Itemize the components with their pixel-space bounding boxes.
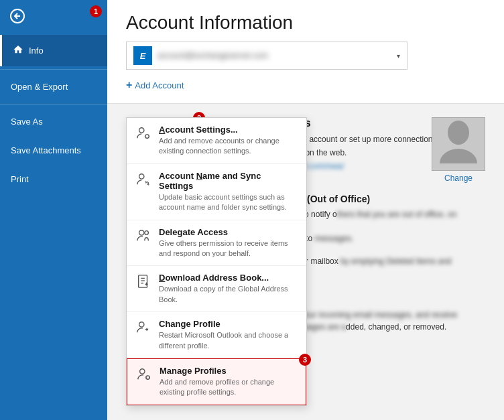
dropdown-item-delegate-access-text: Delegate Access Give others permission t… — [159, 227, 297, 259]
svg-point-8 — [139, 174, 144, 179]
add-account-label: Add Account — [135, 80, 184, 90]
delegate-access-icon — [136, 228, 152, 247]
dropdown-item-account-settings[interactable]: Account Settings... Add and remove accou… — [127, 118, 306, 164]
dropdown-item-account-name-sync-desc: Update basic account settings such as ac… — [159, 192, 297, 213]
sidebar-badge: 1 — [90, 5, 102, 17]
account-email: account@exchangeserver.com — [158, 51, 391, 60]
dropdown-item-change-profile-text: Change Profile Restart Microsoft Outlook… — [159, 319, 297, 351]
sidebar-item-save-attachments-label: Save Attachments — [11, 145, 81, 155]
change-profile-icon — [136, 320, 152, 338]
dropdown-item-download-address-book-desc: Download a copy of the Global Address Bo… — [159, 284, 297, 305]
manage-profiles-icon — [137, 367, 153, 385]
change-avatar-link[interactable]: Change — [444, 173, 472, 183]
dropdown-item-change-profile-title: Change Profile — [159, 319, 297, 329]
dropdown-item-manage-profiles[interactable]: Manage Profiles Add and remove profiles … — [127, 358, 306, 405]
manage-profiles-badge: 3 — [299, 354, 311, 366]
dropdown-item-account-settings-title: Account Settings... — [159, 125, 297, 135]
sidebar-item-save-as[interactable]: Save As — [0, 107, 107, 136]
sidebar: 1 Info Open & Export Save As Save Attach… — [0, 0, 107, 420]
sidebar-item-open-export-label: Open & Export — [11, 82, 68, 92]
svg-point-22 — [448, 121, 469, 145]
dropdown-item-download-address-book-text: Download Address Book... Download a copy… — [159, 273, 297, 305]
main-header: Account Information E account@exchangese… — [107, 0, 504, 104]
dropdown-item-manage-profiles-title: Manage Profiles — [160, 366, 296, 376]
account-dropdown-arrow-icon[interactable]: ▾ — [397, 52, 400, 60]
sidebar-item-print[interactable]: Print — [0, 165, 107, 194]
main-content: Account Information E account@exchangese… — [107, 0, 504, 420]
dropdown-item-change-profile[interactable]: Change Profile Restart Microsoft Outlook… — [127, 312, 306, 358]
dropdown-item-download-address-book-title: Download Address Book... — [159, 273, 297, 283]
svg-rect-11 — [139, 275, 147, 287]
sidebar-divider-1 — [0, 69, 107, 70]
dropdown-item-account-settings-text: Account Settings... Add and remove accou… — [159, 125, 297, 157]
sidebar-item-info[interactable]: Info — [0, 35, 107, 66]
svg-point-6 — [139, 128, 144, 133]
dropdown-item-manage-profiles-text: Manage Profiles Add and remove profiles … — [160, 366, 296, 398]
page-title: Account Information — [126, 12, 485, 33]
avatar-section: Change — [432, 117, 485, 183]
back-button[interactable]: 1 — [0, 0, 107, 35]
account-bar[interactable]: E account@exchangeserver.com ▾ — [126, 42, 407, 70]
dropdown-item-delegate-access-desc: Give others permission to receive items … — [159, 238, 297, 259]
content-area: AccountSettings ▾ 2 — [107, 104, 504, 420]
sidebar-divider-2 — [0, 104, 107, 104]
dropdown-item-delegate-access-title: Delegate Access — [159, 227, 297, 237]
dropdown-menu: Account Settings... Add and remove accou… — [126, 117, 307, 406]
left-panel: AccountSettings ▾ 2 — [126, 117, 200, 407]
download-address-book-icon — [136, 274, 152, 292]
svg-point-9 — [139, 230, 144, 234]
avatar-icon — [438, 118, 479, 171]
exchange-icon: E — [133, 46, 152, 65]
svg-point-16 — [140, 369, 145, 374]
account-settings-menu-icon — [136, 126, 152, 144]
dropdown-item-account-name-sync-text: Account Name and Sync Settings Update ba… — [159, 171, 297, 213]
dropdown-item-download-address-book[interactable]: Download Address Book... Download a copy… — [127, 266, 306, 312]
dropdown-item-delegate-access[interactable]: Delegate Access Give others permission t… — [127, 220, 306, 267]
home-icon — [13, 44, 23, 57]
svg-point-15 — [139, 322, 144, 327]
avatar-box — [432, 117, 485, 171]
sidebar-item-print-label: Print — [11, 174, 29, 184]
account-name-sync-icon — [136, 172, 152, 190]
svg-point-23 — [440, 149, 477, 163]
dropdown-item-change-profile-desc: Restart Microsoft Outlook and choose a d… — [159, 330, 297, 351]
dropdown-item-account-name-sync[interactable]: Account Name and Sync Settings Update ba… — [127, 164, 306, 220]
dropdown-item-manage-profiles-desc: Add and remove profiles or change existi… — [160, 377, 296, 398]
sidebar-item-open-export[interactable]: Open & Export — [0, 72, 107, 101]
dropdown-item-account-settings-desc: Add and remove accounts or change existi… — [159, 136, 297, 157]
sidebar-item-info-label: Info — [29, 46, 44, 56]
sidebar-item-save-as-label: Save As — [11, 117, 43, 127]
svg-point-7 — [145, 135, 149, 139]
dropdown-item-account-name-sync-title: Account Name and Sync Settings — [159, 171, 297, 191]
add-account-button[interactable]: + Add Account — [126, 76, 184, 94]
add-plus-icon: + — [126, 79, 132, 91]
svg-point-10 — [145, 230, 149, 234]
sidebar-item-save-attachments[interactable]: Save Attachments — [0, 136, 107, 165]
